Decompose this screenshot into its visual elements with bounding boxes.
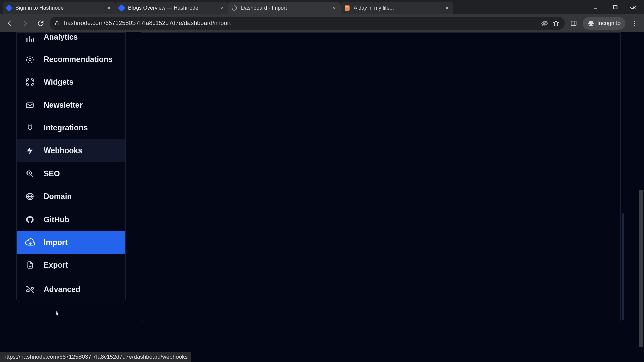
hashnode-favicon-icon: [6, 5, 12, 11]
export-icon: [25, 260, 35, 270]
svg-point-10: [591, 24, 593, 26]
svg-point-13: [634, 25, 635, 26]
sidebar-item-label: Domain: [44, 192, 72, 201]
sidebar-item-seo[interactable]: SEO: [17, 162, 125, 185]
nav-back-button[interactable]: [3, 17, 16, 30]
widgets-icon: [25, 77, 35, 87]
sidebar-item-label: SEO: [44, 169, 60, 178]
tracking-protection-icon[interactable]: [541, 20, 548, 27]
sidebar-item-label: Export: [44, 261, 68, 270]
browser-tab[interactable]: Blogs Overview — Hashnode ×: [115, 2, 228, 14]
svg-point-12: [634, 23, 635, 24]
sidebar-item-label: GitHub: [44, 215, 69, 224]
browser-tab[interactable]: A day in my life... ×: [341, 2, 453, 14]
sidebar-item-label: Integrations: [44, 123, 88, 132]
incognito-label: Incognito: [597, 20, 621, 27]
svg-rect-4: [346, 9, 348, 9]
lock-icon: [54, 20, 60, 26]
window-minimize-button[interactable]: [586, 1, 605, 14]
svg-rect-6: [56, 23, 59, 25]
window-controls: [586, 0, 644, 14]
svg-rect-8: [571, 21, 576, 25]
loading-favicon-icon: [231, 5, 237, 11]
tab-title: Dashboard - Import: [241, 5, 328, 11]
sidebar-item-github[interactable]: GitHub: [17, 208, 125, 231]
sidebar-item-webhooks[interactable]: Webhooks: [17, 139, 125, 162]
browser-tab-active[interactable]: Dashboard - Import ×: [228, 2, 341, 14]
nav-reload-button[interactable]: [34, 17, 47, 30]
sidebar-item-domain[interactable]: Domain: [17, 185, 125, 208]
seo-icon: [25, 169, 35, 179]
content-scrollbar[interactable]: [622, 213, 624, 320]
tab-strip: Sign in to Hashnode × Blogs Overview — H…: [0, 0, 644, 14]
domain-icon: [25, 191, 35, 201]
close-tab-icon[interactable]: ×: [219, 5, 225, 11]
sidebar-item-advanced[interactable]: Advanced: [17, 277, 125, 302]
svg-point-14: [26, 56, 33, 63]
sidebar-item-label: Widgets: [44, 78, 73, 87]
doc-favicon-icon: [344, 5, 350, 11]
close-tab-icon[interactable]: ×: [331, 5, 337, 11]
browser-toolbar: hashnode.com/6571258037f7fa8c152d7d7e/da…: [0, 14, 644, 32]
close-tab-icon[interactable]: ×: [106, 5, 112, 11]
svg-point-11: [634, 21, 635, 22]
sidebar-item-recommendations[interactable]: Recommendations: [17, 48, 125, 71]
side-panel-button[interactable]: [567, 17, 580, 30]
sidebar-item-label: Analytics: [44, 33, 78, 42]
dashboard-sidebar: Analytics Recommendations Widgets: [16, 32, 126, 302]
tab-title: A day in my life...: [354, 5, 441, 11]
browser-menu-button[interactable]: [628, 17, 641, 30]
close-tab-icon[interactable]: ×: [444, 5, 450, 11]
svg-rect-16: [26, 103, 33, 108]
viewport-scrollbar-thumb[interactable]: [639, 190, 643, 347]
status-bar: https://hashnode.com/6571258037f7fa8c152…: [0, 352, 191, 362]
sidebar-item-label: Webhooks: [44, 146, 83, 155]
sidebar-item-integrations[interactable]: Integrations: [17, 116, 125, 139]
browser-tab[interactable]: Sign in to Hashnode ×: [3, 2, 115, 14]
main-content-panel: [141, 32, 621, 323]
import-icon: [25, 237, 35, 247]
nav-forward-button[interactable]: [19, 17, 32, 30]
status-bar-url: https://hashnode.com/6571258037f7fa8c152…: [3, 354, 188, 360]
svg-rect-2: [346, 7, 349, 7]
sidebar-item-label: Advanced: [44, 285, 80, 294]
analytics-icon: [25, 34, 35, 44]
window-close-button[interactable]: [625, 1, 644, 14]
sidebar-item-newsletter[interactable]: Newsletter: [17, 94, 125, 116]
svg-point-0: [232, 6, 237, 10]
incognito-icon: [587, 20, 595, 27]
incognito-indicator[interactable]: Incognito: [583, 17, 625, 30]
svg-point-15: [29, 58, 31, 61]
page-viewport: Analytics Recommendations Widgets: [0, 32, 644, 362]
sidebar-item-analytics[interactable]: Analytics: [17, 33, 125, 48]
svg-point-9: [589, 24, 591, 26]
sidebar-item-label: Recommendations: [44, 55, 113, 64]
bookmark-star-icon[interactable]: [552, 20, 560, 27]
page-content: Analytics Recommendations Widgets: [0, 32, 644, 362]
address-bar[interactable]: hashnode.com/6571258037f7fa8c152d7d7e/da…: [50, 17, 565, 30]
sidebar-item-widgets[interactable]: Widgets: [17, 71, 125, 94]
github-icon: [25, 215, 35, 225]
tab-title: Blogs Overview — Hashnode: [128, 5, 215, 11]
hashnode-favicon-icon: [119, 5, 125, 11]
svg-rect-3: [346, 8, 349, 8]
sidebar-item-export[interactable]: Export: [17, 254, 125, 277]
tab-title: Sign in to Hashnode: [15, 5, 103, 11]
sidebar-item-label: Import: [44, 238, 68, 247]
mouse-cursor-icon: [54, 310, 61, 319]
browser-window: Sign in to Hashnode × Blogs Overview — H…: [0, 0, 644, 362]
sidebar-item-label: Newsletter: [44, 101, 83, 110]
address-bar-url: hashnode.com/6571258037f7fa8c152d7d7e/da…: [64, 20, 537, 27]
svg-rect-5: [613, 6, 617, 9]
sidebar-item-import[interactable]: Import: [17, 231, 125, 254]
recommendations-icon: [25, 54, 35, 64]
integrations-icon: [25, 123, 35, 133]
advanced-icon: [25, 284, 35, 294]
new-tab-button[interactable]: [456, 2, 468, 14]
newsletter-icon: [25, 100, 35, 110]
window-maximize-button[interactable]: [606, 1, 625, 14]
webhooks-icon: [25, 145, 35, 156]
